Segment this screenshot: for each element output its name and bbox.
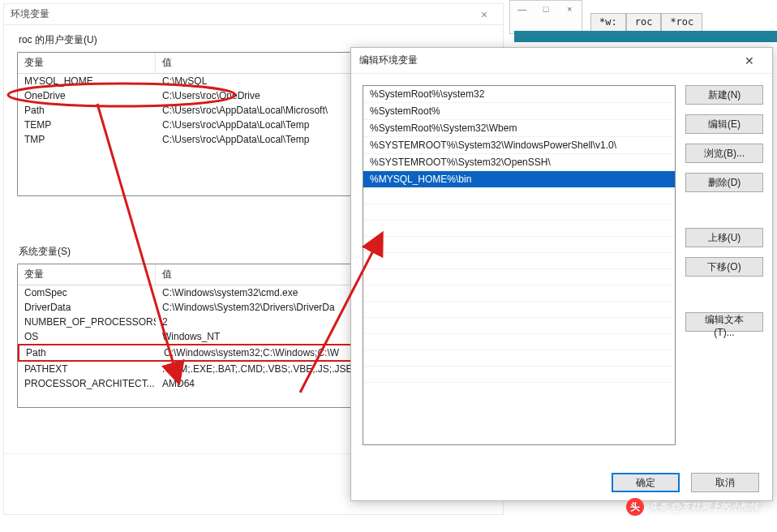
new-button[interactable]: 新建(N) [685, 85, 763, 105]
cell-name: Path [19, 345, 157, 360]
col-var[interactable]: 变量 [18, 264, 156, 285]
list-item[interactable] [363, 188, 675, 204]
list-item[interactable]: %SystemRoot%\System32\Wbem [363, 120, 675, 137]
list-item[interactable] [363, 302, 675, 318]
close-icon[interactable]: ✕ [735, 54, 764, 67]
cell-name: ComSpec [18, 285, 156, 300]
list-item[interactable]: %SystemRoot% [363, 103, 675, 120]
cell-name: OS [18, 329, 156, 344]
path-listbox[interactable]: %SystemRoot%\system32 %SystemRoot% %Syst… [363, 85, 676, 445]
cancel-button[interactable]: 取消 [691, 473, 759, 492]
delete-button[interactable]: 删除(D) [685, 173, 763, 192]
bg-tab[interactable]: roc [626, 13, 662, 32]
dialog-body: %SystemRoot%\system32 %SystemRoot% %Syst… [351, 74, 772, 465]
list-item[interactable] [363, 350, 675, 367]
dialog-footer: 确定 取消 [351, 465, 772, 500]
minimize-icon[interactable]: — [510, 1, 534, 17]
cell-name: PATHEXT [18, 362, 156, 376]
close-icon[interactable]: × [472, 8, 496, 21]
watermark-badge-icon: 头 [626, 498, 644, 516]
watermark: 头 头条 @互联网上的小蜘蛛 [626, 498, 759, 516]
browse-button[interactable]: 浏览(B)... [685, 144, 763, 163]
list-item[interactable] [363, 334, 675, 350]
cell-name: DriverData [18, 300, 156, 315]
cell-name: PROCESSOR_ARCHITECT... [18, 376, 156, 391]
list-item-selected[interactable]: %MYSQL_HOME%\bin [363, 171, 675, 188]
cell-name: Path [18, 103, 156, 118]
watermark-text: 头条 @互联网上的小蜘蛛 [649, 500, 759, 514]
background-window: — □ × [509, 0, 582, 34]
list-item[interactable] [363, 204, 675, 221]
cell-name: NUMBER_OF_PROCESSORS [18, 315, 156, 329]
cell-name: OneDrive [18, 88, 156, 103]
edit-button[interactable]: 编辑(E) [685, 114, 763, 134]
list-item[interactable] [363, 269, 675, 285]
close-icon[interactable]: × [558, 1, 582, 17]
list-item[interactable] [363, 285, 675, 302]
user-vars-label: roc 的用户变量(U) [19, 33, 503, 47]
maximize-icon[interactable]: □ [534, 1, 557, 17]
titlebar: 环境变量 × [4, 4, 503, 25]
list-item[interactable] [363, 318, 675, 334]
background-tabs: *w: roc *roc [590, 13, 702, 32]
background-strip [514, 31, 777, 42]
cell-name: TEMP [18, 118, 156, 132]
dialog-title: 环境变量 [11, 7, 472, 21]
side-buttons: 新建(N) 编辑(E) 浏览(B)... 删除(D) 上移(U) 下移(O) 编… [685, 85, 763, 332]
cell-name: MYSQL_HOME [18, 74, 156, 88]
col-var[interactable]: 变量 [18, 53, 156, 73]
bg-tab[interactable]: *w: [590, 13, 626, 32]
dialog-title: 编辑环境变量 [359, 54, 735, 67]
edit-text-button[interactable]: 编辑文本(T)... [685, 312, 763, 332]
movedown-button[interactable]: 下移(O) [685, 257, 763, 277]
list-item[interactable]: %SystemRoot%\system32 [363, 86, 675, 103]
list-item[interactable] [363, 367, 675, 383]
list-item[interactable] [363, 253, 675, 269]
titlebar: 编辑环境变量 ✕ [351, 48, 772, 74]
list-item[interactable] [363, 221, 675, 237]
list-item[interactable] [363, 237, 675, 253]
moveup-button[interactable]: 上移(U) [685, 228, 763, 247]
cell-name: TMP [18, 132, 156, 147]
list-item[interactable]: %SYSTEMROOT%\System32\WindowsPowerShell\… [363, 137, 675, 154]
bg-tab[interactable]: *roc [661, 13, 702, 32]
ok-button[interactable]: 确定 [612, 473, 680, 492]
list-item[interactable]: %SYSTEMROOT%\System32\OpenSSH\ [363, 154, 675, 171]
edit-path-dialog: 编辑环境变量 ✕ %SystemRoot%\system32 %SystemRo… [350, 47, 773, 501]
